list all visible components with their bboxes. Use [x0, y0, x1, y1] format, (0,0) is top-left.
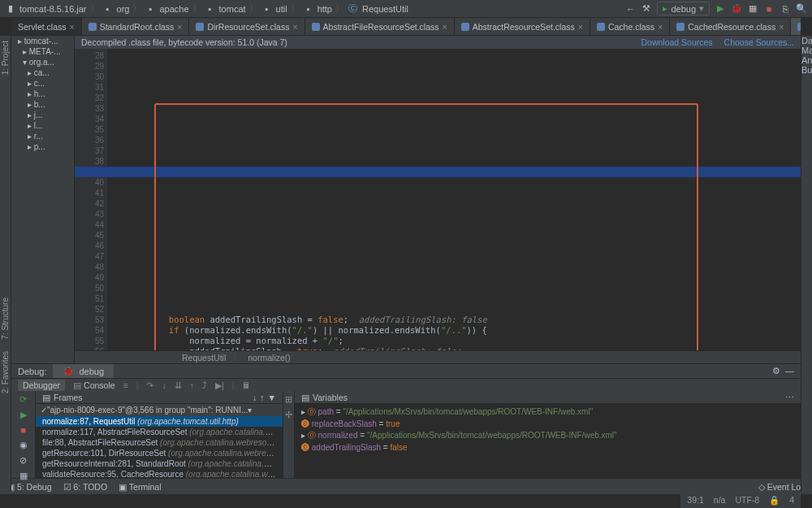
stack-frame[interactable]: normalize:117, AbstractFileResourceSet (… [36, 427, 283, 437]
indent[interactable]: 4 [789, 495, 794, 505]
variable-row[interactable]: ⓿ replaceBackSlash = true [295, 419, 801, 429]
jar-name: tomcat-8.5.16.jar [19, 4, 87, 14]
hammer-icon[interactable]: ⚒ [641, 3, 652, 15]
variable-row[interactable]: ⓿ addedTrailingSlash = false [295, 442, 801, 453]
path-1[interactable]: apache [159, 4, 188, 14]
path-file[interactable]: RequestUtil [362, 4, 408, 14]
event-log[interactable]: ◇ Event Log [758, 482, 806, 492]
tab-3[interactable]: AbstractFileResourceSet.class× [305, 18, 455, 35]
step-over-icon[interactable]: ↷ [146, 380, 153, 390]
caret-pos: 39:1 [687, 495, 703, 505]
settings-icon[interactable]: ⚙ [772, 366, 780, 376]
lock-icon[interactable]: 🔒 [769, 495, 780, 506]
debug-side-buttons: ⟳ ▶ ■ ◉ ⊘ ▦ [11, 391, 36, 478]
drop-frame-icon[interactable]: ⤴ [202, 380, 207, 390]
breadcrumb: RequestUtil 〉 normalize() [75, 350, 801, 363]
folder-icon: ▪ [102, 3, 114, 15]
debug-toolwindow-header: Debug: 🐞debug ⚙ — [11, 363, 801, 378]
tab-0[interactable]: Servlet.class× [11, 18, 82, 35]
right-tool-stripe[interactable]: Database Maven Ant Build [801, 36, 812, 492]
line-sep[interactable]: n/a [714, 495, 726, 505]
coverage-icon[interactable]: ▦ [747, 3, 758, 15]
layout-icon[interactable]: ▦ [17, 471, 30, 481]
restore-layout-icon[interactable]: ⊞ [285, 394, 292, 405]
next-frame-icon[interactable]: ↑ [260, 393, 264, 402]
prev-frame-icon[interactable]: ↓ [253, 393, 257, 402]
close-icon[interactable]: × [70, 22, 75, 32]
tab-1[interactable]: StandardRoot.class× [82, 18, 190, 35]
back-icon[interactable]: ← [624, 3, 636, 15]
stop-icon[interactable]: ■ [17, 425, 30, 435]
editor-tabstrip: Servlet.class× StandardRoot.class× DirRe… [11, 18, 801, 36]
debugger-tab[interactable]: Debugger [18, 380, 65, 391]
frames-title: Frames [54, 393, 83, 402]
threads-icon[interactable]: ≡ [123, 380, 128, 390]
encoding[interactable]: UTF-8 [735, 495, 759, 505]
breakpoints-icon[interactable]: ◉ [17, 440, 30, 450]
debugger-toolbar: Debugger ▤ Console ≡ | ↷ ↓ ⇊ ↑ ⤴ ▶| | 🖩 [11, 378, 801, 391]
banner-text: Decompiled .class file, bytecode version… [81, 37, 287, 47]
stack-frame[interactable]: file:88, AbstractFileResourceSet (org.ap… [36, 437, 283, 448]
path-2[interactable]: tomcat [219, 4, 246, 14]
rerun-icon[interactable]: ⟳ [17, 394, 30, 405]
console-tab[interactable]: ▤ Console [73, 380, 114, 390]
stack-frame[interactable]: getResourceInternal:281, StandardRoot (o… [36, 458, 283, 469]
footer-terminal[interactable]: ▣ Terminal [119, 482, 161, 492]
path-0[interactable]: org [117, 4, 130, 14]
project-tree[interactable]: ▸ tomcat-... ▸ META-... ▾ org.a... ▸ ca.… [11, 36, 75, 363]
search-icon[interactable]: 🔍 [796, 3, 807, 15]
stop-icon[interactable]: ■ [763, 3, 775, 15]
footer-debug[interactable]: ▣ 5: Debug [6, 482, 52, 492]
main-toolbar: ▮ tomcat-8.5.16.jar 〉 ▪ org 〉 ▪ apache 〉… [0, 0, 812, 18]
line-gutter[interactable]: 2829303132333435363738394041424344454647… [75, 49, 107, 350]
filter-icon[interactable]: ▼ [268, 393, 276, 402]
close-icon[interactable]: × [658, 22, 663, 32]
stack-frame[interactable]: normalize:87, RequestUtil (org.apache.to… [36, 416, 283, 427]
folder-icon: ▪ [145, 3, 156, 15]
stack-frame[interactable]: validateResource:95, CachedResource (org… [36, 469, 283, 478]
thread-selector[interactable]: ✓ "ajp-nio-8009-exec-9"@3,566 in group "… [36, 404, 283, 416]
close-icon[interactable]: × [779, 22, 784, 32]
run-icon[interactable]: ▶ [715, 3, 726, 15]
run-config-select[interactable]: ▸debug▾ [657, 2, 710, 15]
crumb-1[interactable]: normalize() [248, 353, 291, 363]
step-into-icon[interactable]: ↓ [162, 380, 166, 390]
variable-row[interactable]: ▸ ⓞ path = "/Applications/MxSrvs/bin/tom… [295, 406, 801, 419]
debug-label: Debug: [11, 367, 53, 376]
choose-sources-link[interactable]: Choose Sources... [724, 37, 794, 47]
stack-frame[interactable]: getResource:101, DirResourceSet (org.apa… [36, 448, 283, 458]
footer-todo[interactable]: ☑ 6: TODO [63, 482, 108, 492]
close-icon[interactable]: × [443, 22, 447, 32]
path-4[interactable]: http [317, 4, 332, 14]
vars-settings-icon[interactable]: ⋯ [785, 393, 794, 402]
tab-7[interactable]: RequestUtil.class× [791, 18, 801, 35]
force-step-icon[interactable]: ⇊ [175, 380, 182, 390]
settings-icon[interactable]: ✢ [285, 410, 292, 420]
step-out-icon[interactable]: ↑ [190, 380, 194, 390]
crumb-0[interactable]: RequestUtil [182, 353, 226, 363]
highlight-box [154, 103, 698, 350]
vcs-icon[interactable]: ⎘ [780, 3, 791, 15]
folder-icon: ▪ [303, 3, 314, 15]
variable-row[interactable]: ▸ ⓞ normalized = "/Applications/MxSrvs/b… [295, 429, 801, 442]
run-to-cursor-icon[interactable]: ▶| [215, 380, 224, 390]
class-icon: ⓒ [348, 3, 359, 15]
tab-2[interactable]: DirResourceSet.class× [189, 18, 304, 35]
close-icon[interactable]: × [292, 22, 297, 32]
path-3[interactable]: util [276, 4, 287, 14]
mute-bp-icon[interactable]: ⊘ [17, 455, 30, 466]
debug-icon[interactable]: 🐞 [731, 3, 742, 15]
minimize-icon[interactable]: — [785, 366, 794, 376]
resume-icon[interactable]: ▶ [17, 410, 30, 420]
download-sources-link[interactable]: Download Sources [641, 37, 712, 47]
left-tool-stripe[interactable]: 1: Project 7: Structure 2: Favorites [0, 36, 11, 492]
debug-session-tab[interactable]: 🐞debug [53, 364, 114, 378]
folder-icon: ▪ [261, 3, 273, 15]
tab-4[interactable]: AbstractResourceSet.class× [455, 18, 590, 35]
tab-5[interactable]: Cache.class× [590, 18, 670, 35]
code-editor[interactable]: 2829303132333435363738394041424344454647… [75, 49, 801, 350]
close-icon[interactable]: × [578, 22, 583, 32]
evaluate-icon[interactable]: 🖩 [242, 380, 251, 390]
tab-6[interactable]: CachedResource.class× [670, 18, 791, 35]
close-icon[interactable]: × [177, 22, 182, 32]
